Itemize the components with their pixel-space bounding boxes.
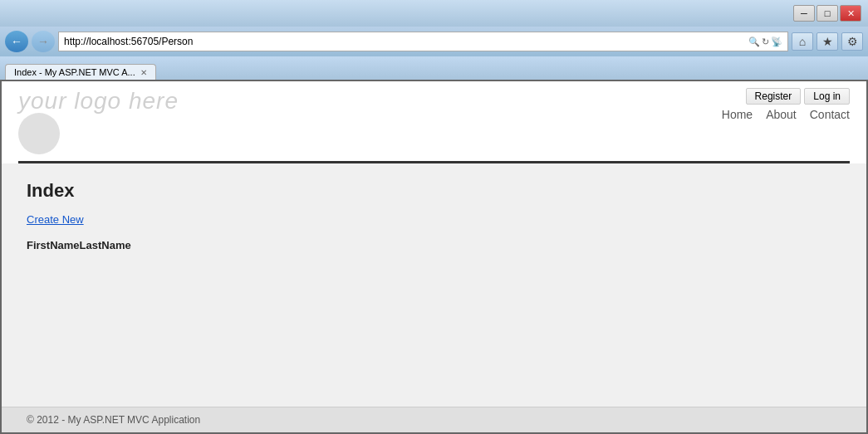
header-right: Register Log in Home About Contact xyxy=(722,88,850,121)
url-bar[interactable]: 🔍 ↻ 📡 xyxy=(58,32,788,51)
logo-circle xyxy=(18,113,60,154)
tab-bar: Index - My ASP.NET MVC A... ✕ xyxy=(0,56,868,80)
auth-buttons: Register Log in xyxy=(746,88,850,105)
settings-button[interactable]: ⚙ xyxy=(841,32,863,51)
toolbar-right: ⌂ ★ ⚙ xyxy=(792,32,863,51)
site-header-top: your logo here Register Log in Home Abou… xyxy=(18,88,850,121)
site-footer: © 2012 - My ASP.NET MVC Application xyxy=(2,407,866,432)
title-bar: ─ □ ✕ xyxy=(0,0,868,27)
first-name-column: FirstName xyxy=(27,239,80,251)
browser-window: ─ □ ✕ ← → 🔍 ↻ 📡 ⌂ ★ ⚙ Index - My ASP.NET… xyxy=(0,0,868,434)
register-button[interactable]: Register xyxy=(746,88,802,105)
login-button[interactable]: Log in xyxy=(804,88,850,105)
create-new-link[interactable]: Create New xyxy=(27,213,84,226)
minimize-button[interactable]: ─ xyxy=(793,5,815,22)
nav-contact[interactable]: Contact xyxy=(810,108,850,121)
nav-about[interactable]: About xyxy=(766,108,797,121)
forward-button[interactable]: → xyxy=(32,31,55,52)
back-button[interactable]: ← xyxy=(5,31,28,52)
home-toolbar-button[interactable]: ⌂ xyxy=(792,32,813,51)
table-header: FirstName LastName xyxy=(27,239,841,251)
browser-tab[interactable]: Index - My ASP.NET MVC A... ✕ xyxy=(5,64,156,80)
last-name-column: LastName xyxy=(80,239,131,251)
url-icons: 🔍 ↻ 📡 xyxy=(748,37,782,47)
close-button[interactable]: ✕ xyxy=(840,5,861,22)
tab-label: Index - My ASP.NET MVC A... xyxy=(14,67,135,77)
footer-copyright: © 2012 - My ASP.NET MVC Application xyxy=(27,414,200,426)
site-logo: your logo here xyxy=(18,88,179,114)
main-content: Index Create New FirstName LastName xyxy=(2,163,866,407)
refresh-icon: ↻ xyxy=(762,37,769,47)
favorites-button[interactable]: ★ xyxy=(817,32,838,51)
address-bar: ← → 🔍 ↻ 📡 ⌂ ★ ⚙ xyxy=(0,27,868,56)
maximize-button[interactable]: □ xyxy=(817,5,838,22)
nav-home[interactable]: Home xyxy=(722,108,753,121)
window-controls: ─ □ ✕ xyxy=(793,5,861,22)
feed-icon: 📡 xyxy=(771,37,782,47)
page-title: Index xyxy=(27,180,841,202)
search-icon: 🔍 xyxy=(748,37,760,47)
site-header: your logo here Register Log in Home Abou… xyxy=(2,81,866,163)
url-input[interactable] xyxy=(64,36,745,47)
tab-close-button[interactable]: ✕ xyxy=(140,68,147,77)
logo-area: your logo here xyxy=(18,88,179,115)
nav-links: Home About Contact xyxy=(722,108,850,121)
browser-content: your logo here Register Log in Home Abou… xyxy=(0,80,868,434)
